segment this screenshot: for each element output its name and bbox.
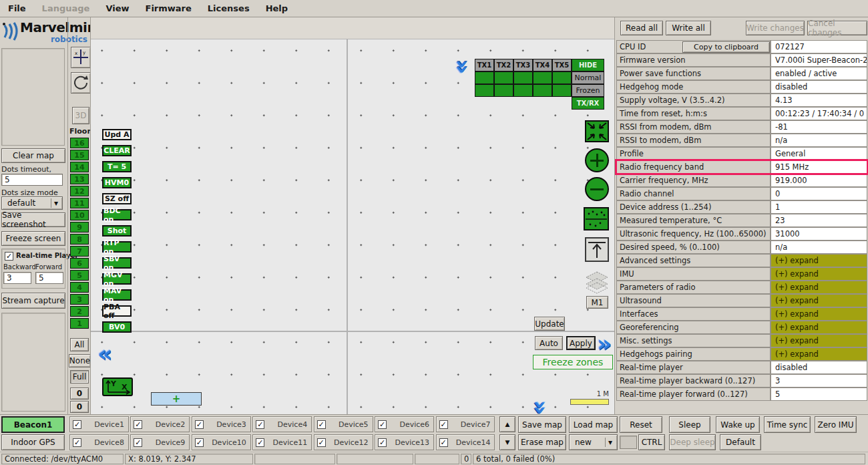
tx-hide-button[interactable]: HIDE: [572, 59, 604, 71]
chevron-down-map-icon[interactable]: »: [533, 400, 549, 415]
fit-to-screen-button[interactable]: [585, 120, 609, 145]
map-toggle-sz-off[interactable]: SZ off: [102, 193, 132, 204]
wake-up-button[interactable]: Wake up: [716, 416, 760, 433]
origin-axes-button[interactable]: Y X: [102, 377, 133, 399]
param-value[interactable]: (+) expand: [771, 347, 867, 361]
floor-button-5[interactable]: 5: [70, 270, 89, 281]
devices-scroll-up-button[interactable]: ▲: [499, 416, 515, 432]
devices-scroll-down-button[interactable]: ▼: [499, 434, 515, 450]
tx-header-tx1[interactable]: TX1: [475, 59, 494, 71]
freeze-screen-button[interactable]: Freeze screen: [1, 231, 65, 246]
map-toggle-sbv-on[interactable]: SBV on: [102, 257, 132, 269]
menu-help[interactable]: Help: [258, 1, 296, 16]
device-cell-device9[interactable]: ✓Device9: [130, 434, 190, 450]
floor-button-10[interactable]: 10: [70, 210, 89, 220]
tx-cell[interactable]: [513, 71, 533, 84]
tx-cell[interactable]: [475, 84, 494, 97]
layers-button[interactable]: [585, 271, 609, 297]
cancel-changes-button[interactable]: Cancel changes: [807, 21, 867, 35]
tab-indoor-gps[interactable]: Indoor GPS: [1, 434, 65, 450]
map-select[interactable]: new ▾: [569, 434, 618, 450]
floors-all-button[interactable]: All: [70, 338, 89, 351]
tx-normal-button[interactable]: Normal: [572, 71, 604, 84]
device-cell-device7[interactable]: ✓Device7: [436, 416, 495, 432]
tx-cell[interactable]: [552, 71, 572, 84]
backward-input[interactable]: 3: [3, 272, 31, 284]
axes-view-button[interactable]: x y: [71, 47, 91, 68]
device-checkbox[interactable]: ✓: [317, 420, 326, 429]
sleep-button[interactable]: Sleep: [669, 416, 710, 433]
device-checkbox[interactable]: ✓: [134, 420, 142, 429]
device-checkbox[interactable]: ✓: [378, 420, 387, 429]
deep-sleep-button[interactable]: Deep sleep: [669, 434, 716, 450]
zoom-level-button-b[interactable]: 0: [70, 401, 89, 413]
clear-map-button[interactable]: Clear map: [1, 148, 65, 163]
apply-button[interactable]: Apply: [566, 336, 596, 350]
param-value[interactable]: (+) expand: [771, 281, 867, 294]
device-cell-device4[interactable]: ✓Device4: [252, 416, 312, 432]
map-toggle-upd-a[interactable]: Upd A: [102, 129, 132, 140]
floor-button-2[interactable]: 2: [70, 306, 89, 317]
map-toggle-mav-on[interactable]: MAV on: [102, 289, 132, 301]
tx-cell[interactable]: [475, 71, 494, 84]
menu-language[interactable]: Language: [34, 1, 98, 16]
device-cell-device11[interactable]: ✓Device11: [252, 434, 312, 450]
device-cell-device14[interactable]: ✓Device14: [436, 434, 495, 450]
time-sync-button[interactable]: Time sync: [764, 416, 811, 433]
menu-view[interactable]: View: [97, 1, 137, 16]
zoom-in-button[interactable]: [585, 148, 609, 172]
chevron-right-icon[interactable]: »: [597, 335, 612, 351]
param-value[interactable]: (+) expand: [771, 307, 867, 321]
copy-to-clipboard-button[interactable]: Copy to clipboard: [682, 41, 770, 53]
default-button[interactable]: Default: [720, 434, 761, 450]
save-map-button[interactable]: Save map: [518, 416, 566, 433]
device-checkbox[interactable]: ✓: [134, 438, 142, 447]
device-cell-device10[interactable]: ✓Device10: [192, 434, 251, 450]
rotate-view-button[interactable]: [71, 72, 91, 94]
map-toggle-rtp-on[interactable]: RTP on: [102, 241, 132, 253]
device-checkbox[interactable]: ✓: [439, 438, 448, 447]
device-checkbox[interactable]: ✓: [73, 420, 81, 429]
device-checkbox[interactable]: ✓: [256, 438, 264, 447]
ctrl-indicator[interactable]: [620, 436, 637, 449]
forward-input[interactable]: 5: [35, 272, 63, 284]
tx-cell[interactable]: [494, 84, 513, 97]
device-cell-device13[interactable]: ✓Device13: [375, 434, 434, 450]
map-toggle-clear[interactable]: CLEAR: [102, 145, 132, 156]
load-map-button[interactable]: Load map: [569, 416, 618, 433]
zoom-level-button-a[interactable]: 0: [70, 388, 89, 400]
reset-button[interactable]: Reset: [620, 416, 662, 433]
map-toggle-bv0[interactable]: BV0: [102, 321, 132, 333]
device-checkbox[interactable]: ✓: [439, 420, 448, 429]
device-cell-device12[interactable]: ✓Device12: [314, 434, 373, 450]
tx-header-tx2[interactable]: TX2: [494, 59, 513, 71]
tx-header-tx5[interactable]: TX5: [552, 59, 572, 71]
device-cell-device8[interactable]: ✓Device8: [69, 434, 129, 450]
floor-button-4[interactable]: 4: [70, 282, 89, 293]
device-cell-device5[interactable]: ✓Device5: [314, 416, 373, 432]
tx-frozen-button[interactable]: Frozen: [572, 84, 604, 97]
device-checkbox[interactable]: ✓: [195, 420, 204, 429]
param-value[interactable]: (+) expand: [771, 321, 867, 334]
dots-display-button[interactable]: [584, 207, 609, 233]
add-submap-button[interactable]: +: [151, 392, 202, 406]
menu-file[interactable]: File: [0, 1, 34, 16]
tx-header-tx3[interactable]: TX3: [513, 59, 533, 71]
param-value[interactable]: (+) expand: [771, 267, 867, 281]
device-cell-device6[interactable]: ✓Device6: [375, 416, 434, 432]
param-value[interactable]: (+) expand: [771, 254, 867, 267]
map-toggle-pba-off[interactable]: PBA off: [102, 305, 132, 317]
device-checkbox[interactable]: ✓: [378, 438, 387, 447]
map-toggle-t-5[interactable]: T= 5: [102, 161, 132, 172]
floor-button-7[interactable]: 7: [70, 246, 89, 257]
map-toggle-bdc-on[interactable]: BDC on: [102, 209, 132, 220]
zoom-out-button[interactable]: [585, 177, 609, 201]
floor-button-14[interactable]: 14: [70, 162, 89, 172]
floor-button-11[interactable]: 11: [70, 198, 89, 208]
tx-cell[interactable]: [494, 71, 513, 84]
map-area[interactable]: Upd ACLEART= 5HVM0SZ offBDC onShotRTP on…: [90, 17, 614, 414]
erase-map-button[interactable]: Erase map: [518, 434, 566, 450]
view-3d-button[interactable]: 3D: [72, 107, 89, 124]
floor-button-15[interactable]: 15: [70, 150, 89, 160]
floors-full-button[interactable]: Full: [70, 370, 89, 383]
